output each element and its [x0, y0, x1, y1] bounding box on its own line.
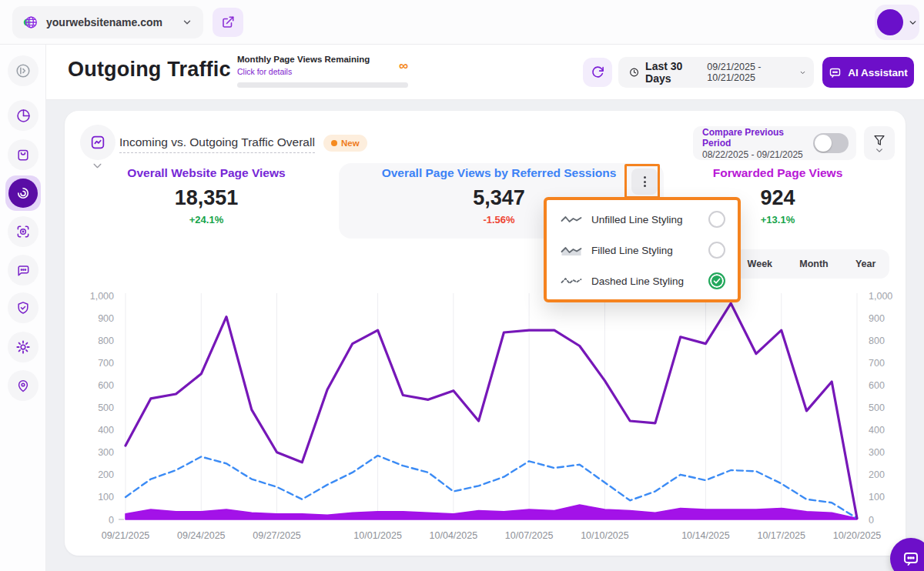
monthly-page-views-widget: Monthly Page Views Remaining Click for d… — [237, 55, 414, 88]
shield-check-icon — [15, 300, 31, 316]
refresh-icon — [591, 65, 604, 79]
filled-line-icon — [561, 244, 582, 256]
sidebar-item-security[interactable] — [8, 292, 38, 323]
menu-item-label: Filled Line Styling — [591, 245, 699, 256]
tab-year[interactable]: Year — [854, 255, 877, 272]
compare-range: 08/22/2025 - 09/21/2025 — [702, 149, 813, 160]
svg-text:500: 500 — [98, 402, 114, 413]
badge-dot-icon — [331, 140, 337, 146]
svg-text:10/10/2025: 10/10/2025 — [581, 530, 629, 541]
svg-text:0: 0 — [109, 515, 114, 526]
sidebar-item-store[interactable] — [8, 139, 38, 170]
sidebar-item-retargeting[interactable] — [8, 216, 38, 247]
compare-label: Compare Previous Period — [702, 127, 813, 149]
svg-text:10/01/2025: 10/01/2025 — [353, 530, 402, 541]
chart-canvas: 0010010020020030030040040050050060060070… — [77, 289, 896, 546]
settings-gear-icon — [15, 339, 31, 355]
line-styling-menu: Unfilled Line Styling Filled Line Stylin… — [544, 197, 741, 302]
dashed-line-icon — [561, 275, 582, 287]
svg-text:10/07/2025: 10/07/2025 — [505, 530, 554, 541]
date-preset-label: Last 30 Days — [645, 60, 699, 85]
svg-text:500: 500 — [869, 402, 885, 413]
website-name: yourwebsitename.com — [46, 16, 182, 28]
svg-text:900: 900 — [869, 313, 885, 324]
chevron-down-icon — [908, 18, 918, 28]
radio-unfilled[interactable] — [708, 211, 725, 228]
open-website-button[interactable] — [213, 8, 243, 37]
chevron-down-icon — [875, 148, 883, 153]
infinity-icon: ∞ — [399, 58, 408, 74]
svg-text:700: 700 — [869, 358, 885, 369]
website-selector[interactable]: yourwebsitename.com — [12, 6, 203, 38]
ai-assistant-button[interactable]: AI Assistant — [822, 57, 914, 88]
traffic-chart: 0010010020020030030040040050050060060070… — [77, 289, 896, 546]
date-range-selector[interactable]: Last 30 Days 09/21/2025 - 10/21/2025 — [618, 57, 814, 88]
retarget-focus-icon — [15, 224, 31, 239]
svg-text:400: 400 — [869, 425, 885, 436]
svg-text:09/21/2025: 09/21/2025 — [102, 530, 150, 541]
tab-month[interactable]: Month — [798, 255, 829, 272]
sidebar-nav — [0, 45, 46, 571]
clock-icon — [629, 66, 639, 78]
svg-text:200: 200 — [869, 469, 885, 480]
user-menu[interactable] — [875, 5, 919, 40]
unfilled-line-icon — [561, 213, 582, 225]
kebab-icon — [644, 176, 646, 187]
metric-delta: +24.1% — [75, 214, 337, 225]
sidebar-item-analytics[interactable] — [8, 100, 38, 131]
radio-filled[interactable] — [708, 242, 725, 259]
svg-text:400: 400 — [98, 425, 114, 436]
tab-week[interactable]: Week — [746, 255, 774, 272]
new-badge: New — [323, 135, 367, 152]
menu-item-label: Dashed Line Styling — [591, 275, 699, 287]
menu-item-dashed-line[interactable]: Dashed Line Styling — [547, 265, 738, 296]
filter-funnel-icon — [873, 134, 886, 146]
svg-text:10/14/2025: 10/14/2025 — [681, 530, 730, 541]
svg-text:700: 700 — [98, 358, 114, 369]
svg-text:100: 100 — [869, 492, 885, 503]
svg-text:10/20/2025: 10/20/2025 — [833, 530, 882, 541]
sidebar-item-messages[interactable] — [8, 255, 38, 286]
chat-bubble-icon — [15, 262, 31, 278]
metric-overall-page-views: Overall Website Page Views 18,351 +24.1% — [75, 166, 337, 225]
line-chart-icon — [89, 134, 106, 151]
svg-text:0: 0 — [869, 515, 874, 526]
compare-toggle[interactable] — [813, 133, 849, 153]
menu-item-filled-line[interactable]: Filled Line Styling — [547, 235, 738, 265]
svg-text:100: 100 — [98, 492, 114, 503]
sidebar-item-settings[interactable] — [8, 332, 38, 362]
sidebar-item-expand[interactable] — [8, 55, 38, 86]
sidebar-item-locations[interactable] — [8, 370, 38, 401]
svg-text:300: 300 — [869, 447, 885, 458]
menu-item-unfilled-line[interactable]: Unfilled Line Styling — [547, 204, 738, 235]
globe-logo-icon — [22, 14, 38, 31]
page-header: Outgoing Traffic Monthly Page Views Rema… — [46, 45, 924, 100]
monthly-views-label: Monthly Page Views Remaining — [237, 55, 414, 64]
svg-text:800: 800 — [869, 336, 885, 346]
svg-text:200: 200 — [98, 469, 114, 480]
chart-options-kebab-button[interactable] — [631, 169, 658, 195]
click-for-details-link[interactable]: Click for details — [237, 67, 292, 76]
svg-text:10/17/2025: 10/17/2025 — [757, 530, 805, 541]
metric-label: Overall Page Views by Referred Sessions — [368, 166, 630, 180]
svg-text:1,000: 1,000 — [90, 291, 114, 302]
radio-dashed[interactable] — [708, 272, 725, 289]
svg-text:10/04/2025: 10/04/2025 — [430, 530, 478, 541]
card-title[interactable]: Incoming vs. Outgoing Traffic Overall — [119, 135, 315, 153]
ai-assistant-label: AI Assistant — [848, 67, 908, 78]
compare-previous-period: Compare Previous Period 08/22/2025 - 09/… — [693, 126, 856, 160]
app-root: yourwebsitename.com — [0, 0, 924, 571]
toggle-knob — [815, 135, 832, 152]
chat-bubble-icon — [902, 549, 920, 568]
traffic-overview-card: Incoming vs. Outgoing Traffic Overall Ne… — [65, 111, 906, 556]
filter-button[interactable] — [864, 126, 895, 160]
shopping-bag-icon — [15, 147, 31, 162]
sidebar-item-outgoing-traffic[interactable] — [5, 175, 41, 211]
active-indicator — [8, 179, 38, 208]
chevron-down-icon — [799, 68, 806, 77]
refresh-button[interactable] — [583, 58, 612, 87]
svg-text:600: 600 — [98, 380, 114, 391]
widget-icon-button[interactable] — [80, 125, 116, 160]
metric-label: Forwarded Page Views — [647, 166, 909, 180]
svg-text:300: 300 — [98, 447, 114, 458]
